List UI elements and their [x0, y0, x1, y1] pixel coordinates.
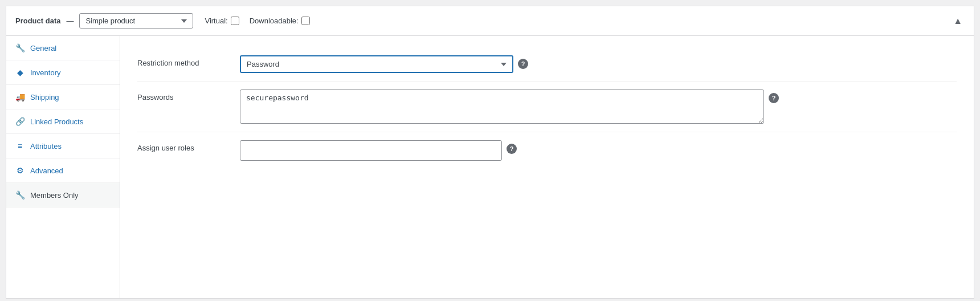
passwords-textarea[interactable]: securepassword: [240, 90, 764, 124]
wrench-icon: 🔧: [15, 43, 24, 52]
link-icon: 🔗: [15, 117, 24, 126]
restriction-method-help-icon[interactable]: ?: [518, 59, 528, 69]
form-row-restriction-method: Restriction method Password User Role No…: [137, 47, 957, 82]
passwords-help-icon[interactable]: ?: [769, 93, 779, 103]
product-data-panel: Product data — Simple productVariable pr…: [6, 6, 974, 299]
panel-title: Product data: [15, 17, 60, 25]
assign-user-roles-input[interactable]: [240, 140, 502, 161]
sidebar-label-shipping: Shipping: [30, 93, 59, 101]
panel-header: Product data — Simple productVariable pr…: [6, 6, 974, 36]
main-content: Restriction method Password User Role No…: [120, 36, 974, 298]
sidebar-label-general: General: [30, 44, 56, 52]
sidebar-label-attributes: Attributes: [30, 142, 62, 150]
list-icon: ≡: [15, 141, 24, 150]
downloadable-checkbox[interactable]: [301, 17, 310, 25]
virtual-checkbox[interactable]: [231, 17, 239, 25]
collapse-button[interactable]: ▲: [951, 14, 965, 29]
restriction-method-select[interactable]: Password User Role None: [240, 55, 513, 73]
sidebar-label-linked-products: Linked Products: [30, 117, 83, 126]
assign-user-roles-label: Assign user roles: [137, 140, 240, 152]
sidebar-item-linked-products[interactable]: 🔗 Linked Products: [6, 109, 120, 134]
sidebar-item-shipping[interactable]: 🚚 Shipping: [6, 85, 120, 109]
virtual-checkbox-label[interactable]: Virtual:: [205, 17, 239, 25]
panel-body: 🔧 General ◆ Inventory 🚚 Shipping 🔗 Linke…: [6, 36, 974, 298]
sidebar-item-advanced[interactable]: ⚙ Advanced: [6, 158, 120, 183]
sidebar-item-attributes[interactable]: ≡ Attributes: [6, 134, 120, 158]
wrench2-icon: 🔧: [15, 190, 24, 200]
virtual-label: Virtual:: [205, 17, 227, 25]
passwords-label: Passwords: [137, 90, 240, 101]
restriction-method-label: Restriction method: [137, 55, 240, 67]
sidebar-label-members-only: Members Only: [30, 191, 79, 200]
sidebar-item-general[interactable]: 🔧 General: [6, 36, 120, 60]
downloadable-label: Downloadable:: [250, 17, 299, 25]
gear-icon: ⚙: [15, 166, 24, 175]
restriction-method-field: Password User Role None ?: [240, 55, 957, 73]
sidebar-item-inventory[interactable]: ◆ Inventory: [6, 60, 120, 85]
passwords-field: securepassword ?: [240, 90, 957, 124]
sidebar: 🔧 General ◆ Inventory 🚚 Shipping 🔗 Linke…: [6, 36, 120, 298]
truck-icon: 🚚: [15, 92, 24, 101]
form-row-passwords: Passwords securepassword ?: [137, 82, 957, 132]
assign-user-roles-help-icon[interactable]: ?: [507, 144, 517, 154]
product-type-select[interactable]: Simple productVariable productGrouped pr…: [79, 13, 193, 29]
panel-title-dash: —: [66, 17, 74, 25]
sidebar-item-members-only[interactable]: 🔧 Members Only: [6, 183, 120, 208]
checkbox-group: Virtual: Downloadable:: [205, 17, 309, 25]
diamond-icon: ◆: [15, 68, 24, 77]
downloadable-checkbox-label[interactable]: Downloadable:: [250, 17, 310, 25]
sidebar-label-inventory: Inventory: [30, 68, 60, 77]
assign-user-roles-field: ?: [240, 140, 957, 161]
form-row-assign-user-roles: Assign user roles ?: [137, 132, 957, 169]
sidebar-label-advanced: Advanced: [30, 166, 63, 175]
